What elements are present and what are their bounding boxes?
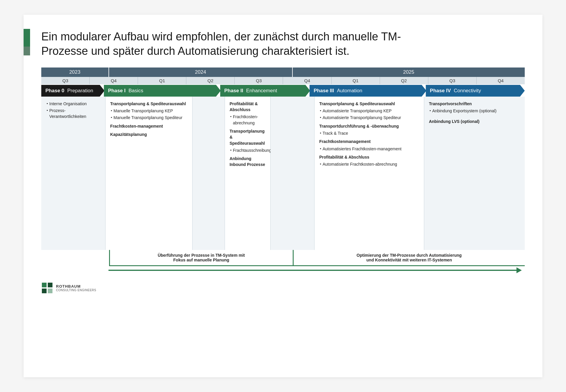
phase-3-num: Phase III — [314, 88, 334, 94]
year-2023: 2023 — [41, 67, 109, 77]
phase-4-content: Transportvorschriften Anbindung Exportsy… — [424, 97, 525, 250]
phase-2-bullet-1: Frachtkosten-abrechnung — [230, 114, 266, 126]
phase-0-bullet-2-text: Prozess-Verantwortlichkeiten — [49, 108, 101, 120]
phase-4-heading-1: Transportvorschriften — [429, 101, 520, 107]
phase-2-heading-1: Profitabilität & Abschluss — [230, 101, 266, 113]
phase-3-bullet-1: Automatisierte Transportplanung KEP — [319, 108, 419, 114]
arrow-line — [108, 270, 516, 271]
quarter-q3-2024: Q3 — [235, 77, 283, 84]
phase-0-content: Interne Organisation Prozess-Verantwortl… — [41, 97, 106, 250]
company-logo — [41, 282, 53, 294]
phase-1-heading-1: Transportplanung & Spediteurauswahl — [110, 101, 187, 107]
phase-0-bullet-1-text: Interne Organisation — [49, 101, 87, 107]
phase-0-bullet-2: Prozess-Verantwortlichkeiten — [46, 108, 101, 120]
phase-3-bullet-2-text: Automatisierte Transportplanung Spediteu… — [323, 115, 401, 121]
phase-1-heading-3: Kapazitätsplanung — [110, 131, 187, 137]
phase-4-num: Phase IV — [430, 88, 451, 94]
phase-1-heading-2: Frachtkosten-management — [110, 123, 187, 129]
phase-3-bullet-5: Automatisierte Frachtkosten-abrechnung — [319, 161, 419, 167]
phase-2-name: Enhancement — [246, 88, 277, 94]
company-name-block: ROTHBAUM CONSULTING ENGINEERS — [56, 284, 96, 292]
phase-3-name: Automation — [337, 88, 362, 94]
phase-1-bullet-1: Manuelle Transportplanung KEP — [110, 108, 187, 114]
phase-2-num: Phase II — [224, 88, 243, 94]
annotation-row: Überführung der Prozesse in TM-System mi… — [41, 250, 525, 266]
phase-1-bullet-1-text: Manuelle Transportplanung KEP — [113, 108, 173, 114]
phase-0-banner: Phase 0 Preparation — [41, 85, 104, 97]
phase-2-bullet-2-text: Frachtausschreibung — [233, 147, 272, 153]
phase-2-content: Profitabilität & Abschluss Frachtkosten-… — [225, 97, 271, 250]
phase-2-banner: Phase II Enhancement — [220, 85, 310, 97]
phase-banner-row: Phase 0 Preparation Phase I Basics Phase… — [41, 85, 525, 97]
phase-1-bullet-2: Manuelle Transportplanung Spediteur — [110, 115, 187, 121]
phase-3-heading-3: Frachtkostenmanagement — [319, 139, 419, 144]
year-row: 2023 2024 2025 — [41, 67, 525, 77]
phase-1b-content — [192, 97, 225, 250]
phase-2-bullet-1-text: Frachtkosten-abrechnung — [233, 114, 266, 126]
annotation-block-2: Optimierung der TM-Prozesse durch Automa… — [293, 250, 525, 266]
title-line2: Prozesse und später durch Automatisierun… — [41, 45, 350, 57]
phase-4-heading-2: Anbindung LVS (optional) — [429, 118, 520, 124]
phase-0-name: Preparation — [67, 88, 93, 94]
quarter-q3-2023: Q3 — [41, 77, 90, 84]
phase-1-name: Basics — [129, 88, 143, 94]
quarter-q3-2025: Q3 — [428, 77, 477, 84]
arrow-head — [516, 267, 522, 273]
svg-rect-2 — [42, 289, 47, 293]
svg-rect-3 — [48, 289, 52, 293]
phase-3-bullet-3-text: Track & Trace — [323, 130, 348, 136]
quarter-q4-2024: Q4 — [283, 77, 331, 84]
footer: ROTHBAUM CONSULTING ENGINEERS — [41, 282, 525, 294]
svg-rect-1 — [48, 283, 52, 287]
phase-0-num: Phase 0 — [45, 88, 64, 94]
company-name: ROTHBAUM — [56, 284, 96, 289]
phase-2-heading-2: Transportplanung & Spediteurauswahl — [230, 128, 266, 146]
phase-3-bullet-1-text: Automatisierte Transportplanung KEP — [323, 108, 391, 114]
phase-2-heading-3: Anbindung Inbound Prozesse — [230, 156, 266, 168]
phase-3-banner: Phase III Automation — [310, 85, 426, 97]
phase-1-bullet-2-text: Manuelle Transportplanung Spediteur — [113, 115, 182, 121]
phase-3-content: Transportplanung & Spediteurauswahl Auto… — [315, 97, 424, 250]
quarter-q1-2024: Q1 — [138, 77, 186, 84]
annotation-2-text: Optimierung der TM-Prozesse durch Automa… — [357, 253, 462, 262]
annotation-spacer — [41, 250, 109, 266]
accent-decoration-1 — [24, 29, 30, 47]
phase-3-heading-1: Transportplanung & Spediteurauswahl — [319, 101, 419, 107]
phase-4-banner: Phase IV Connectivity — [426, 85, 525, 97]
slide: Ein modularer Aufbau wird empfohlen, der… — [24, 15, 542, 377]
phase-4-bullet-1-text: Anbindung Exportsystem (optional) — [432, 108, 496, 114]
phase-0-bullet-1: Interne Organisation — [46, 101, 101, 107]
year-2025: 2025 — [293, 67, 525, 77]
phase-3-bullet-4: Automatisiertes Frachtkosten-management — [319, 146, 419, 152]
arrow-row — [41, 267, 525, 273]
quarter-row: Q3 Q4 Q1 Q2 Q3 Q4 Q1 Q2 Q3 Q4 — [41, 77, 525, 84]
phase-4-bullet-1: Anbindung Exportsystem (optional) — [429, 108, 520, 114]
accent-decoration-2 — [24, 47, 30, 55]
company-subtitle: CONSULTING ENGINEERS — [56, 289, 96, 292]
title-line1: Ein modularer Aufbau wird empfohlen, der… — [41, 30, 401, 43]
phase-1-num: Phase I — [108, 88, 126, 94]
phase-2b-content — [271, 97, 314, 250]
phase-3-bullet-4-text: Automatisiertes Frachtkosten-management — [323, 146, 402, 152]
quarter-q2-2024: Q2 — [186, 77, 235, 84]
content-area: Interne Organisation Prozess-Verantwortl… — [41, 97, 525, 250]
timeline: 2023 2024 2025 Q3 Q4 Q1 Q2 Q3 Q4 Q1 Q2 Q… — [41, 67, 525, 273]
phase-4-name: Connectivity — [454, 88, 481, 94]
phase-2-bullet-2: Frachtausschreibung — [230, 147, 266, 153]
phase-3-bullet-5-text: Automatisierte Frachtkosten-abrechnung — [323, 161, 397, 167]
phase-1-content: Transportplanung & Spediteurauswahl Manu… — [106, 97, 192, 250]
annotation-block-1: Überführung der Prozesse in TM-System mi… — [109, 250, 293, 266]
phase-3-heading-4: Profitabilität & Abschluss — [319, 154, 419, 160]
phase-3-heading-2: Transportdurchführung & -überwachung — [319, 123, 419, 129]
year-2024: 2024 — [109, 67, 293, 77]
phase-1-banner: Phase I Basics — [104, 85, 221, 97]
phase-3-bullet-3: Track & Trace — [319, 130, 419, 136]
quarter-q2-2025: Q2 — [380, 77, 428, 84]
quarter-q4-2023: Q4 — [90, 77, 138, 84]
quarter-q1-2025: Q1 — [332, 77, 380, 84]
quarter-q4-2025: Q4 — [477, 77, 525, 84]
annotation-1-text: Überführung der Prozesse in TM-System mi… — [158, 253, 245, 262]
svg-rect-0 — [42, 283, 47, 287]
phase-3-bullet-2: Automatisierte Transportplanung Spediteu… — [319, 115, 419, 121]
slide-title: Ein modularer Aufbau wird empfohlen, der… — [41, 29, 454, 59]
